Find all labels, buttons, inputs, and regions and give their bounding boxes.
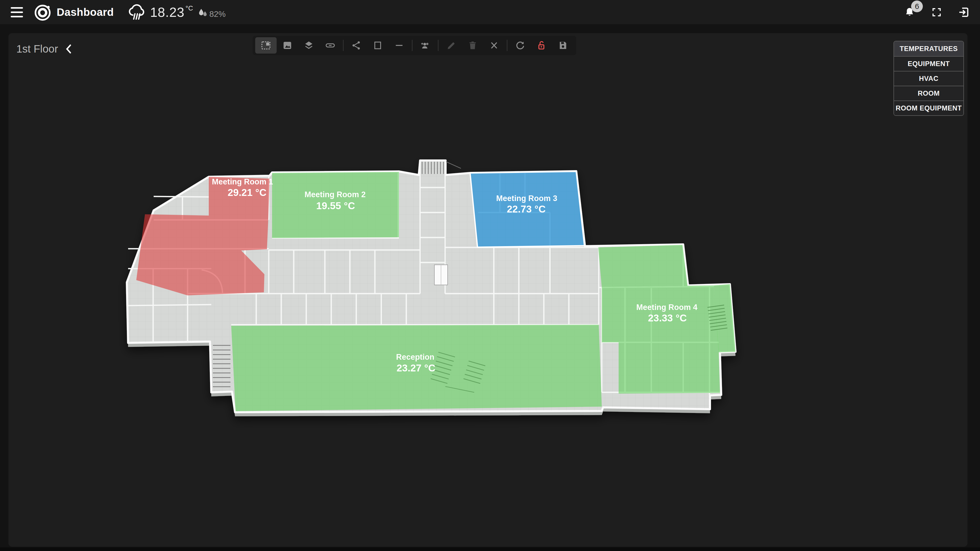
floor-navigation: 1st Floor xyxy=(16,43,72,55)
floor-name: 1st Floor xyxy=(16,43,58,55)
edit-tool[interactable] xyxy=(441,37,462,54)
refresh-tool[interactable] xyxy=(509,37,531,54)
floor-back-button[interactable] xyxy=(65,44,72,54)
chevron-left-icon xyxy=(65,44,72,54)
lock-open-tool[interactable] xyxy=(531,37,552,54)
toolbar-separator xyxy=(438,40,438,51)
building-model: Meeting Room 1 29.21 °C Meeting Room 2 1… xyxy=(127,160,735,416)
layer-button-hvac[interactable]: HVAC xyxy=(894,71,963,86)
app-logo-icon xyxy=(34,3,52,21)
notifications-button[interactable]: 6 xyxy=(903,6,916,19)
room-temperature: 23.33 °C xyxy=(648,313,687,324)
top-bar: Dashboard 18.23 °C 82% 6 xyxy=(0,0,980,24)
room-name: Meeting Room 2 xyxy=(304,190,366,199)
floor-plan-3d: Meeting Room 1 29.21 °C Meeting Room 2 1… xyxy=(0,0,980,551)
room-name: Reception xyxy=(396,353,434,362)
toolbar-separator xyxy=(507,40,508,51)
menu-icon[interactable] xyxy=(11,7,24,17)
room-temperature: 23.27 °C xyxy=(396,362,435,373)
room-name: Meeting Room 3 xyxy=(496,194,557,203)
temperature-unit: °C xyxy=(186,4,193,12)
fullscreen-button[interactable] xyxy=(930,6,943,19)
close-tool[interactable] xyxy=(484,37,505,54)
room-name: Meeting Room 4 xyxy=(636,303,697,312)
room-name: Meeting Room 1 xyxy=(212,177,273,186)
weather-widget: 18.23 °C 82% xyxy=(127,2,226,22)
outdoor-temperature: 18.23 xyxy=(150,5,185,20)
layer-button-room[interactable]: ROOM xyxy=(894,86,963,100)
fullscreen-icon xyxy=(931,7,942,17)
room-temperature: 19.55 °C xyxy=(316,200,355,211)
image-tool[interactable] xyxy=(277,37,298,54)
save-tool[interactable] xyxy=(552,37,574,54)
layer-button-equipment[interactable]: EQUIPMENT xyxy=(894,56,963,71)
select-area-tool[interactable] xyxy=(255,37,277,54)
add-group-tool[interactable] xyxy=(414,37,436,54)
link-tool[interactable] xyxy=(320,37,341,54)
page-title: Dashboard xyxy=(57,6,114,18)
share-tool[interactable] xyxy=(345,37,367,54)
exit-icon xyxy=(958,6,970,18)
layers-tool[interactable] xyxy=(298,37,320,54)
delete-tool[interactable] xyxy=(462,37,484,54)
notification-badge: 6 xyxy=(911,0,923,12)
elevator xyxy=(434,265,448,285)
humidity-value: 82% xyxy=(209,10,226,19)
layer-button-room-equipment[interactable]: ROOM EQUIPMENT xyxy=(894,100,963,115)
rain-cloud-icon xyxy=(127,2,147,22)
toolbar-separator xyxy=(343,40,344,51)
humidity-icon xyxy=(197,7,209,19)
toolbar-separator xyxy=(412,40,412,51)
room-temperature: 22.73 °C xyxy=(507,203,546,214)
room-temperature: 29.21 °C xyxy=(228,187,266,198)
rectangle-tool[interactable] xyxy=(367,37,388,54)
line-tool[interactable] xyxy=(388,37,410,54)
room-green-upper-right[interactable] xyxy=(598,245,687,287)
room-meeting-room-4[interactable] xyxy=(602,286,720,394)
layer-button-temperatures[interactable]: TEMPERATURES xyxy=(894,41,963,56)
editor-toolbar xyxy=(253,36,576,55)
logout-button[interactable] xyxy=(957,6,970,19)
layer-button-group: TEMPERATURES EQUIPMENT HVAC ROOM ROOM EQ… xyxy=(894,41,964,116)
